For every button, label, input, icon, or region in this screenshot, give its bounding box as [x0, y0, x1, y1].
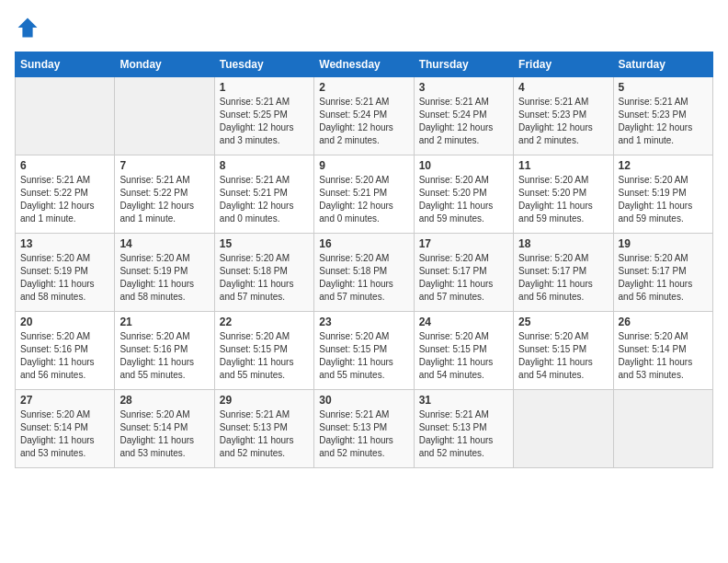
- day-info: Sunrise: 5:20 AM Sunset: 5:15 PM Dayligh…: [319, 330, 408, 382]
- calendar-cell: 14Sunrise: 5:20 AM Sunset: 5:19 PM Dayli…: [115, 234, 214, 312]
- day-number: 10: [419, 159, 508, 172]
- day-number: 22: [220, 316, 309, 328]
- calendar-cell: [613, 390, 712, 468]
- day-number: 31: [419, 394, 508, 407]
- day-number: 12: [619, 159, 708, 172]
- day-info: Sunrise: 5:20 AM Sunset: 5:18 PM Dayligh…: [319, 252, 408, 304]
- day-info: Sunrise: 5:21 AM Sunset: 5:21 PM Dayligh…: [220, 174, 309, 225]
- calendar-cell: 26Sunrise: 5:20 AM Sunset: 5:14 PM Dayli…: [613, 312, 712, 390]
- day-number: 24: [419, 316, 508, 328]
- calendar-cell: 31Sunrise: 5:21 AM Sunset: 5:13 PM Dayli…: [414, 390, 513, 468]
- day-number: 30: [319, 394, 408, 407]
- day-info: Sunrise: 5:20 AM Sunset: 5:16 PM Dayligh…: [119, 330, 209, 382]
- day-number: 14: [119, 237, 209, 250]
- weekday-header-sunday: Sunday: [16, 52, 115, 77]
- day-number: 16: [319, 237, 408, 250]
- calendar-cell: 30Sunrise: 5:21 AM Sunset: 5:13 PM Dayli…: [314, 390, 414, 468]
- calendar-cell: 10Sunrise: 5:20 AM Sunset: 5:20 PM Dayli…: [414, 155, 513, 234]
- calendar-cell: 18Sunrise: 5:20 AM Sunset: 5:17 PM Dayli…: [514, 234, 613, 312]
- calendar-week-row: 6Sunrise: 5:21 AM Sunset: 5:22 PM Daylig…: [16, 155, 713, 234]
- calendar-cell: [115, 77, 214, 155]
- day-info: Sunrise: 5:20 AM Sunset: 5:15 PM Dayligh…: [220, 330, 309, 382]
- day-info: Sunrise: 5:21 AM Sunset: 5:22 PM Dayligh…: [119, 174, 209, 225]
- calendar-cell: 20Sunrise: 5:20 AM Sunset: 5:16 PM Dayli…: [16, 312, 115, 390]
- calendar-cell: 27Sunrise: 5:20 AM Sunset: 5:14 PM Dayli…: [16, 390, 115, 468]
- day-info: Sunrise: 5:20 AM Sunset: 5:17 PM Dayligh…: [419, 252, 508, 304]
- calendar-cell: 29Sunrise: 5:21 AM Sunset: 5:13 PM Dayli…: [214, 390, 313, 468]
- day-info: Sunrise: 5:20 AM Sunset: 5:19 PM Dayligh…: [20, 252, 109, 304]
- day-number: 27: [20, 394, 109, 407]
- calendar-cell: 23Sunrise: 5:20 AM Sunset: 5:15 PM Dayli…: [314, 312, 414, 390]
- day-number: 7: [119, 159, 209, 172]
- day-info: Sunrise: 5:20 AM Sunset: 5:19 PM Dayligh…: [619, 174, 708, 225]
- calendar-cell: 16Sunrise: 5:20 AM Sunset: 5:18 PM Dayli…: [314, 234, 414, 312]
- day-info: Sunrise: 5:21 AM Sunset: 5:13 PM Dayligh…: [220, 408, 309, 460]
- calendar-cell: 2Sunrise: 5:21 AM Sunset: 5:24 PM Daylig…: [314, 77, 414, 155]
- day-number: 26: [619, 316, 708, 328]
- day-number: 29: [220, 394, 309, 407]
- weekday-header-thursday: Thursday: [414, 52, 513, 77]
- day-number: 20: [20, 316, 109, 328]
- day-info: Sunrise: 5:21 AM Sunset: 5:23 PM Dayligh…: [619, 96, 708, 147]
- calendar-cell: [16, 77, 115, 155]
- day-info: Sunrise: 5:20 AM Sunset: 5:16 PM Dayligh…: [20, 330, 109, 382]
- day-info: Sunrise: 5:21 AM Sunset: 5:24 PM Dayligh…: [319, 96, 408, 147]
- calendar-week-row: 1Sunrise: 5:21 AM Sunset: 5:25 PM Daylig…: [16, 77, 713, 155]
- day-number: 5: [619, 81, 708, 94]
- calendar-week-row: 20Sunrise: 5:20 AM Sunset: 5:16 PM Dayli…: [16, 312, 713, 390]
- calendar-cell: 3Sunrise: 5:21 AM Sunset: 5:24 PM Daylig…: [414, 77, 513, 155]
- day-info: Sunrise: 5:20 AM Sunset: 5:18 PM Dayligh…: [220, 252, 309, 304]
- day-info: Sunrise: 5:21 AM Sunset: 5:25 PM Dayligh…: [220, 96, 309, 147]
- weekday-header-tuesday: Tuesday: [214, 52, 313, 77]
- svg-marker-0: [18, 18, 38, 38]
- day-number: 8: [220, 159, 309, 172]
- calendar-cell: 25Sunrise: 5:20 AM Sunset: 5:15 PM Dayli…: [514, 312, 613, 390]
- day-number: 19: [619, 237, 708, 250]
- day-info: Sunrise: 5:20 AM Sunset: 5:15 PM Dayligh…: [518, 330, 608, 382]
- calendar-cell: [514, 390, 613, 468]
- day-info: Sunrise: 5:21 AM Sunset: 5:23 PM Dayligh…: [518, 96, 608, 147]
- calendar-cell: 4Sunrise: 5:21 AM Sunset: 5:23 PM Daylig…: [514, 77, 613, 155]
- day-info: Sunrise: 5:21 AM Sunset: 5:13 PM Dayligh…: [319, 408, 408, 460]
- day-info: Sunrise: 5:20 AM Sunset: 5:14 PM Dayligh…: [119, 408, 209, 460]
- day-number: 1: [220, 81, 309, 94]
- day-number: 25: [518, 316, 608, 328]
- weekday-header-friday: Friday: [514, 52, 613, 77]
- day-info: Sunrise: 5:20 AM Sunset: 5:20 PM Dayligh…: [419, 174, 508, 225]
- calendar-cell: 21Sunrise: 5:20 AM Sunset: 5:16 PM Dayli…: [115, 312, 214, 390]
- day-info: Sunrise: 5:20 AM Sunset: 5:14 PM Dayligh…: [619, 330, 708, 382]
- day-number: 28: [119, 394, 209, 407]
- calendar-week-row: 13Sunrise: 5:20 AM Sunset: 5:19 PM Dayli…: [16, 234, 713, 312]
- calendar-cell: 5Sunrise: 5:21 AM Sunset: 5:23 PM Daylig…: [613, 77, 712, 155]
- calendar-cell: 22Sunrise: 5:20 AM Sunset: 5:15 PM Dayli…: [214, 312, 313, 390]
- day-info: Sunrise: 5:20 AM Sunset: 5:17 PM Dayligh…: [619, 252, 708, 304]
- day-number: 9: [319, 159, 408, 172]
- day-number: 11: [518, 159, 608, 172]
- day-number: 21: [119, 316, 209, 328]
- calendar-cell: 12Sunrise: 5:20 AM Sunset: 5:19 PM Dayli…: [613, 155, 712, 234]
- calendar-table: SundayMondayTuesdayWednesdayThursdayFrid…: [15, 52, 713, 468]
- calendar-week-row: 27Sunrise: 5:20 AM Sunset: 5:14 PM Dayli…: [16, 390, 713, 468]
- weekday-header-row: SundayMondayTuesdayWednesdayThursdayFrid…: [16, 52, 713, 77]
- calendar-cell: 7Sunrise: 5:21 AM Sunset: 5:22 PM Daylig…: [115, 155, 214, 234]
- calendar-cell: 15Sunrise: 5:20 AM Sunset: 5:18 PM Dayli…: [214, 234, 313, 312]
- header: [15, 15, 713, 40]
- day-info: Sunrise: 5:20 AM Sunset: 5:21 PM Dayligh…: [319, 174, 408, 225]
- day-number: 23: [319, 316, 408, 328]
- calendar-cell: 19Sunrise: 5:20 AM Sunset: 5:17 PM Dayli…: [613, 234, 712, 312]
- logo-icon: [15, 15, 40, 40]
- day-number: 13: [20, 237, 109, 250]
- day-number: 17: [419, 237, 508, 250]
- calendar-cell: 6Sunrise: 5:21 AM Sunset: 5:22 PM Daylig…: [16, 155, 115, 234]
- day-info: Sunrise: 5:20 AM Sunset: 5:19 PM Dayligh…: [119, 252, 209, 304]
- calendar-cell: 8Sunrise: 5:21 AM Sunset: 5:21 PM Daylig…: [214, 155, 313, 234]
- calendar-cell: 9Sunrise: 5:20 AM Sunset: 5:21 PM Daylig…: [314, 155, 414, 234]
- calendar-cell: 17Sunrise: 5:20 AM Sunset: 5:17 PM Dayli…: [414, 234, 513, 312]
- weekday-header-monday: Monday: [115, 52, 214, 77]
- calendar-cell: 13Sunrise: 5:20 AM Sunset: 5:19 PM Dayli…: [16, 234, 115, 312]
- day-number: 6: [20, 159, 109, 172]
- calendar-cell: 24Sunrise: 5:20 AM Sunset: 5:15 PM Dayli…: [414, 312, 513, 390]
- day-info: Sunrise: 5:20 AM Sunset: 5:20 PM Dayligh…: [518, 174, 608, 225]
- day-info: Sunrise: 5:21 AM Sunset: 5:24 PM Dayligh…: [419, 96, 508, 147]
- day-info: Sunrise: 5:20 AM Sunset: 5:17 PM Dayligh…: [518, 252, 608, 304]
